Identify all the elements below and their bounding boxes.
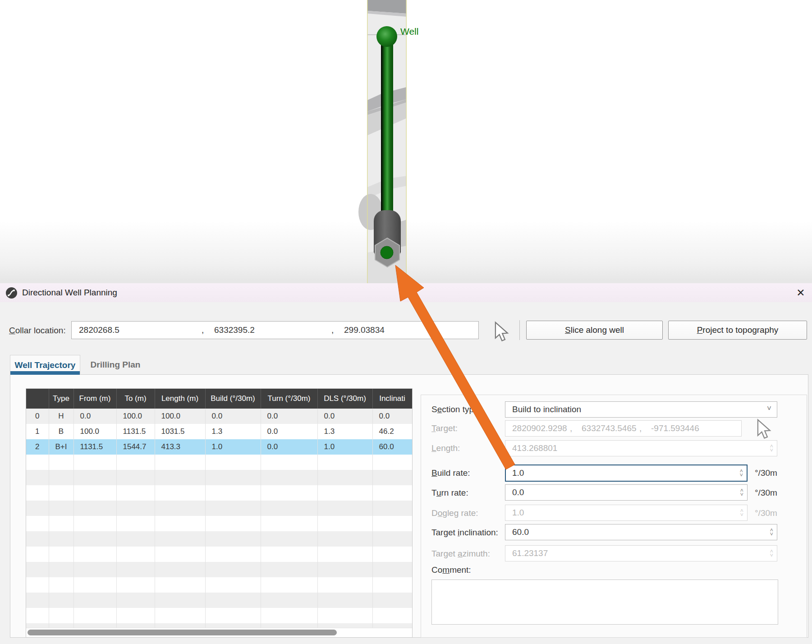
table-cell[interactable] bbox=[49, 593, 73, 608]
table-cell[interactable]: 2 bbox=[26, 439, 49, 455]
slice-along-well-button[interactable]: Slice along well bbox=[526, 321, 663, 340]
table-cell[interactable] bbox=[116, 501, 155, 516]
table-cell[interactable] bbox=[155, 501, 205, 516]
table-cell[interactable] bbox=[26, 562, 49, 577]
table-cell[interactable] bbox=[155, 547, 205, 562]
table-cell[interactable] bbox=[26, 455, 49, 470]
table-cell[interactable] bbox=[317, 531, 372, 547]
table-cell[interactable] bbox=[261, 562, 317, 577]
table-cell[interactable] bbox=[73, 501, 116, 516]
table-row[interactable] bbox=[26, 470, 412, 485]
table-cell[interactable] bbox=[155, 562, 205, 577]
tab-drilling-plan[interactable]: Drilling Plan bbox=[80, 355, 151, 375]
table-cell[interactable]: 0 bbox=[26, 409, 49, 424]
table-cell[interactable] bbox=[116, 455, 155, 470]
table-cell[interactable]: 0.0 bbox=[261, 424, 317, 439]
table-cell[interactable]: 0.0 bbox=[261, 439, 317, 455]
table-cell[interactable]: 0.0 bbox=[372, 409, 412, 424]
table-cell[interactable] bbox=[26, 608, 49, 623]
table-cell[interactable]: 1.0 bbox=[317, 439, 372, 455]
table-cell[interactable]: 1031.5 bbox=[155, 424, 205, 439]
table-cell[interactable] bbox=[372, 470, 412, 485]
table-row[interactable] bbox=[26, 562, 412, 577]
table-cell[interactable]: 0.0 bbox=[261, 409, 317, 424]
table-cell[interactable]: 1.0 bbox=[205, 439, 261, 455]
table-cell[interactable]: B+I bbox=[49, 439, 73, 455]
table-cell[interactable] bbox=[372, 547, 412, 562]
table-cell[interactable] bbox=[317, 516, 372, 531]
table-cell[interactable] bbox=[205, 531, 261, 547]
close-button[interactable]: ✕ bbox=[793, 285, 808, 300]
table-cell[interactable] bbox=[372, 516, 412, 531]
table-cell[interactable] bbox=[317, 593, 372, 608]
table-cell[interactable]: 46.2 bbox=[372, 424, 412, 439]
table-row[interactable]: 0H0.0100.0100.00.00.00.00.0 bbox=[26, 409, 412, 424]
table-cell[interactable] bbox=[205, 455, 261, 470]
build-rate-input[interactable]: 1.0 ˄˅ bbox=[505, 465, 748, 482]
comment-textarea[interactable] bbox=[431, 580, 778, 625]
table-cell[interactable] bbox=[372, 501, 412, 516]
turn-rate-input[interactable]: 0.0 ˄˅ bbox=[505, 484, 748, 501]
table-row[interactable] bbox=[26, 608, 412, 623]
table-cell[interactable]: 1544.7 bbox=[116, 439, 155, 455]
project-to-topography-button[interactable]: Project to topography bbox=[668, 321, 807, 340]
table-cell[interactable] bbox=[73, 593, 116, 608]
table-cell[interactable] bbox=[205, 577, 261, 593]
table-cell[interactable] bbox=[317, 455, 372, 470]
table-cell[interactable] bbox=[73, 577, 116, 593]
table-cell[interactable] bbox=[116, 516, 155, 531]
table-cell[interactable] bbox=[73, 455, 116, 470]
table-row[interactable] bbox=[26, 547, 412, 562]
table-cell[interactable]: 0.0 bbox=[205, 409, 261, 424]
table-cell[interactable] bbox=[317, 577, 372, 593]
scrollbar-thumb[interactable] bbox=[28, 630, 337, 635]
table-cell[interactable] bbox=[261, 470, 317, 485]
table-cell[interactable] bbox=[261, 516, 317, 531]
3d-viewport[interactable]: Well bbox=[0, 0, 812, 284]
table-cell[interactable] bbox=[317, 470, 372, 485]
table-cell[interactable]: 1131.5 bbox=[73, 439, 116, 455]
table-cell[interactable] bbox=[155, 485, 205, 501]
table-cell[interactable] bbox=[116, 593, 155, 608]
table-cell[interactable] bbox=[372, 577, 412, 593]
table-cell[interactable] bbox=[372, 593, 412, 608]
table-cell[interactable] bbox=[49, 531, 73, 547]
table-row-selected[interactable]: 2B+I1131.51544.7413.31.00.01.060.0 bbox=[26, 439, 412, 455]
table-cell[interactable] bbox=[73, 608, 116, 623]
table-cell[interactable]: B bbox=[49, 424, 73, 439]
table-cell[interactable] bbox=[49, 485, 73, 501]
table-cell[interactable]: 1.3 bbox=[317, 424, 372, 439]
table-cell[interactable] bbox=[155, 455, 205, 470]
table-cell[interactable] bbox=[73, 547, 116, 562]
table-cell[interactable] bbox=[155, 577, 205, 593]
table-cell[interactable] bbox=[261, 577, 317, 593]
table-cell[interactable] bbox=[205, 608, 261, 623]
target-inclination-input[interactable]: 60.0 ˄˅ bbox=[505, 524, 777, 540]
table-row[interactable] bbox=[26, 485, 412, 501]
table-cell[interactable] bbox=[73, 470, 116, 485]
table-row[interactable] bbox=[26, 455, 412, 470]
table-cell[interactable] bbox=[205, 562, 261, 577]
table-cell[interactable]: 1.3 bbox=[205, 424, 261, 439]
table-cell[interactable] bbox=[73, 485, 116, 501]
table-cell[interactable] bbox=[261, 547, 317, 562]
table-row[interactable] bbox=[26, 577, 412, 593]
table-cell[interactable] bbox=[205, 547, 261, 562]
table-cell[interactable] bbox=[49, 501, 73, 516]
table-cell[interactable]: 100.0 bbox=[155, 409, 205, 424]
table-cell[interactable] bbox=[155, 608, 205, 623]
collar-location-input[interactable]: 2820268.5 , 6332395.2 , 299.03834 bbox=[71, 321, 479, 339]
table-cell[interactable] bbox=[116, 562, 155, 577]
table-cell[interactable] bbox=[26, 501, 49, 516]
table-cell[interactable] bbox=[49, 470, 73, 485]
table-cell[interactable] bbox=[205, 470, 261, 485]
table-horizontal-scrollbar[interactable] bbox=[26, 628, 412, 637]
section-type-dropdown[interactable]: Build to inclination ˅ bbox=[505, 401, 777, 418]
table-cell[interactable] bbox=[49, 562, 73, 577]
table-cell[interactable] bbox=[205, 485, 261, 501]
table-cell[interactable] bbox=[116, 485, 155, 501]
table-cell[interactable] bbox=[205, 516, 261, 531]
table-cell[interactable]: 413.3 bbox=[155, 439, 205, 455]
turn-rate-spinner[interactable]: ˄˅ bbox=[740, 488, 743, 497]
table-cell[interactable] bbox=[26, 531, 49, 547]
